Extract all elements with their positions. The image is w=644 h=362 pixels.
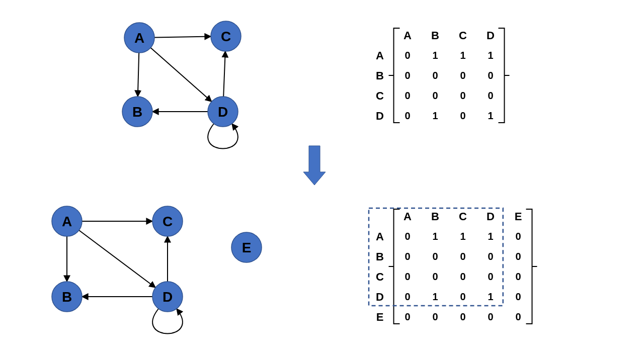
bottom-matrix-cell-2-0: 0 [405, 271, 410, 282]
top-matrix-cell-3-3: 1 [488, 110, 493, 121]
bottom-matrix-cell-1-1: 0 [432, 251, 438, 262]
top-matrix-bracket-right [499, 28, 505, 123]
bottom-graph-node-label-D: D [163, 289, 173, 305]
bottom-matrix-cell-0-4: 0 [515, 231, 521, 242]
top-matrix-row-C: C [376, 89, 384, 102]
bottom-matrix-row-E: E [376, 311, 384, 323]
bottom-graph-edge-A-D [79, 230, 155, 288]
top-graph-edge-A-B [138, 53, 139, 97]
bottom-matrix-cell-0-3: 1 [488, 231, 493, 242]
transition-arrow-icon [303, 146, 326, 185]
top-matrix-cell-3-2: 0 [460, 110, 465, 121]
top-matrix-row-B: B [376, 69, 384, 82]
top-matrix-cell-0-1: 1 [432, 50, 438, 61]
top-matrix-cell-0-2: 1 [460, 50, 465, 61]
bottom-matrix-cell-4-1: 0 [432, 311, 438, 322]
bottom-matrix-col-A: A [404, 210, 412, 223]
bottom-matrix-row-C: C [376, 270, 384, 283]
top-matrix-cell-2-3: 0 [488, 90, 493, 101]
top-matrix-cell-3-1: 1 [432, 110, 438, 121]
bottom-matrix-cell-0-0: 0 [405, 231, 410, 242]
top-graph-node-label-D: D [218, 104, 228, 120]
top-matrix-cell-1-1: 0 [432, 70, 438, 81]
top-matrix-row-A: A [376, 49, 384, 62]
bottom-matrix-cell-2-2: 0 [460, 271, 465, 282]
top-graph-node-label-C: C [221, 29, 231, 44]
bottom-matrix-col-C: C [459, 210, 467, 223]
bottom-matrix-bracket-left [394, 209, 400, 324]
top-graph-node-label-A: A [134, 30, 144, 46]
top-matrix-cell-0-0: 0 [405, 50, 410, 61]
bottom-matrix-col-B: B [431, 210, 439, 223]
top-matrix-col-A: A [404, 29, 412, 42]
bottom-matrix-cell-3-3: 1 [488, 291, 493, 302]
top-matrix-col-B: B [431, 29, 439, 42]
top-matrix-cell-3-0: 0 [405, 110, 410, 121]
top-graph-edge-D-D [208, 124, 238, 149]
bottom-matrix-row-B: B [376, 250, 384, 263]
bottom-graph-node-label-A: A [62, 214, 72, 229]
bottom-matrix-cell-2-4: 0 [515, 271, 521, 282]
bottom-matrix-cell-4-2: 0 [460, 311, 465, 322]
top-matrix-cell-2-2: 0 [460, 90, 465, 101]
top-graph-edge-A-D [150, 48, 211, 102]
bottom-graph-node-label-B: B [62, 289, 72, 305]
top-matrix-row-D: D [376, 110, 384, 122]
bottom-matrix-row-D: D [376, 291, 384, 303]
top-graph-edge-D-C [223, 51, 225, 97]
top-matrix-cell-1-2: 0 [460, 70, 465, 81]
top-matrix-cell-0-3: 1 [488, 50, 493, 61]
bottom-matrix-row-A: A [376, 230, 384, 243]
top-graph-edge-A-C [154, 37, 211, 38]
top-matrix-col-D: D [487, 29, 495, 42]
top-graph-node-label-B: B [132, 104, 142, 120]
bottom-matrix-bracket-right [526, 209, 532, 324]
bottom-matrix-cell-2-3: 0 [488, 271, 493, 282]
bottom-matrix-cell-4-3: 0 [488, 311, 493, 322]
bottom-matrix-cell-0-1: 1 [432, 231, 438, 242]
top-matrix-cell-1-0: 0 [405, 70, 410, 81]
bottom-matrix-cell-0-2: 1 [460, 231, 465, 242]
bottom-matrix-cell-1-3: 0 [488, 251, 493, 262]
bottom-matrix-cell-3-0: 0 [405, 291, 410, 302]
bottom-matrix-cell-4-4: 0 [515, 311, 521, 322]
bottom-matrix-cell-2-1: 0 [432, 271, 438, 282]
bottom-matrix-cell-3-1: 1 [432, 291, 438, 302]
bottom-matrix-cell-3-2: 0 [460, 291, 465, 302]
top-matrix-cell-1-3: 0 [488, 70, 493, 81]
top-matrix-cell-2-0: 0 [405, 90, 410, 101]
bottom-matrix-col-E: E [515, 210, 522, 223]
bottom-matrix-cell-1-4: 0 [515, 251, 521, 262]
top-matrix-cell-2-1: 0 [432, 90, 438, 101]
bottom-matrix-cell-1-2: 0 [460, 251, 465, 262]
bottom-matrix-cell-4-0: 0 [405, 311, 410, 322]
top-matrix-bracket-left [394, 28, 400, 123]
top-matrix-col-C: C [459, 29, 467, 42]
bottom-matrix-cell-3-4: 0 [515, 291, 521, 302]
bottom-graph-edge-D-D [152, 309, 183, 334]
bottom-graph-node-label-E: E [242, 240, 252, 255]
bottom-matrix-cell-1-0: 0 [405, 251, 410, 262]
bottom-graph-node-label-C: C [163, 214, 173, 229]
bottom-matrix-col-D: D [487, 210, 495, 223]
